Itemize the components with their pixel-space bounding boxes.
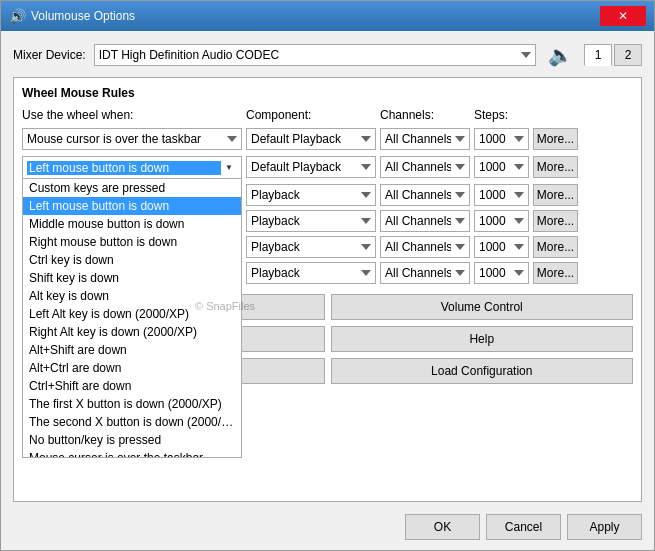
dropdown-item-10[interactable]: Alt+Ctrl are down — [23, 359, 241, 377]
dropdown-item-0[interactable]: Custom keys are pressed — [23, 179, 241, 197]
dropdown-item-6[interactable]: Alt key is down — [23, 287, 241, 305]
rule1-steps-select[interactable]: 1000 — [474, 128, 529, 150]
rule2-dropdown-wrapper: Left mouse button is down ▼ Custom keys … — [22, 156, 242, 178]
cancel-button[interactable]: Cancel — [486, 514, 561, 540]
rule4-steps-select[interactable]: 1000 — [474, 210, 529, 232]
channels-label: Channels: — [380, 108, 470, 122]
dropdown-item-12[interactable]: The first X button is down (2000/XP) — [23, 395, 241, 413]
rules-group: Wheel Mouse Rules Use the wheel when: Co… — [13, 77, 642, 502]
volume-control-button[interactable]: Volume Control — [331, 294, 634, 320]
rule2-selected-text: Left mouse button is down — [27, 161, 221, 175]
bottom-buttons: OK Cancel Apply — [13, 510, 642, 540]
dropdown-item-1[interactable]: Left mouse button is down — [23, 197, 241, 215]
app-icon: 🔊 — [9, 8, 25, 24]
rule5-more-button[interactable]: More... — [533, 236, 578, 258]
close-button[interactable]: ✕ — [600, 6, 646, 26]
rules-group-title: Wheel Mouse Rules — [22, 86, 633, 100]
title-bar: 🔊 Volumouse Options ✕ — [1, 1, 654, 31]
rule4-more-button[interactable]: More... — [533, 210, 578, 232]
component-label: Component: — [246, 108, 376, 122]
mixer-icon: 🔈 — [544, 41, 576, 69]
main-window: 🔊 Volumouse Options ✕ Mixer Device: IDT … — [0, 0, 655, 551]
rule5-channels-select[interactable]: All Channels — [380, 236, 470, 258]
dropdown-item-8[interactable]: Right Alt key is down (2000/XP) — [23, 323, 241, 341]
rule2-steps-select[interactable]: 1000 — [474, 156, 529, 178]
dropdown-item-14[interactable]: No button/key is pressed — [23, 431, 241, 449]
rule2-dropdown-list[interactable]: Custom keys are pressed Left mouse butto… — [22, 178, 242, 458]
rule2-channels-select[interactable]: All Channels — [380, 156, 470, 178]
mixer-select[interactable]: IDT High Definition Audio CODEC — [94, 44, 536, 66]
rule6-steps-select[interactable]: 1000 — [474, 262, 529, 284]
rule4-channels-select[interactable]: All Channels — [380, 210, 470, 232]
dropdown-arrow-icon: ▼ — [221, 157, 237, 178]
rule-row-2: Left mouse button is down ▼ Custom keys … — [22, 156, 633, 178]
rule1-more-button[interactable]: More... — [533, 128, 578, 150]
dropdown-item-15[interactable]: Mouse cursor is over the taskbar — [23, 449, 241, 458]
rule1-component-select[interactable]: Default Playback — [246, 128, 376, 150]
mixer-label: Mixer Device: — [13, 48, 86, 62]
rule2-component-select[interactable]: Default Playback — [246, 156, 376, 178]
mixer-row: Mixer Device: IDT High Definition Audio … — [13, 41, 642, 69]
use-wheel-label: Use the wheel when: — [22, 108, 242, 122]
steps-label: Steps: — [474, 108, 529, 122]
dropdown-item-11[interactable]: Ctrl+Shift are down — [23, 377, 241, 395]
load-configuration-button[interactable]: Load Configuration — [331, 358, 634, 384]
dropdown-item-2[interactable]: Middle mouse button is down — [23, 215, 241, 233]
rule5-component-select[interactable]: Playback — [246, 236, 376, 258]
rule3-channels-select[interactable]: All Channels — [380, 184, 470, 206]
rule5-steps-select[interactable]: 1000 — [474, 236, 529, 258]
dropdown-item-3[interactable]: Right mouse button is down — [23, 233, 241, 251]
window-title: Volumouse Options — [31, 9, 135, 23]
dropdown-item-7[interactable]: Left Alt key is down (2000/XP) — [23, 305, 241, 323]
title-bar-left: 🔊 Volumouse Options — [9, 8, 135, 24]
rule6-component-select[interactable]: Playback — [246, 262, 376, 284]
tab-buttons: 1 2 — [584, 44, 642, 66]
rule6-channels-select[interactable]: All Channels — [380, 262, 470, 284]
tab-2-button[interactable]: 2 — [614, 44, 642, 66]
ok-button[interactable]: OK — [405, 514, 480, 540]
rule1-condition-select[interactable]: Mouse cursor is over the taskbar — [22, 128, 242, 150]
rule4-component-select[interactable]: Playback — [246, 210, 376, 232]
dropdown-item-4[interactable]: Ctrl key is down — [23, 251, 241, 269]
dropdown-item-9[interactable]: Alt+Shift are down — [23, 341, 241, 359]
rule3-more-button[interactable]: More... — [533, 184, 578, 206]
rule6-more-button[interactable]: More... — [533, 262, 578, 284]
header-labels: Use the wheel when: Component: Channels:… — [22, 108, 633, 122]
tab-1-button[interactable]: 1 — [584, 44, 612, 66]
dropdown-item-5[interactable]: Shift key is down — [23, 269, 241, 287]
rule-row-1: Mouse cursor is over the taskbar Default… — [22, 128, 633, 150]
rule2-more-button[interactable]: More... — [533, 156, 578, 178]
dropdown-item-13[interactable]: The second X button is down (2000/XP) — [23, 413, 241, 431]
rule3-steps-select[interactable]: 1000 — [474, 184, 529, 206]
main-content: Mixer Device: IDT High Definition Audio … — [1, 31, 654, 550]
apply-button[interactable]: Apply — [567, 514, 642, 540]
rule1-channels-select[interactable]: All Channels — [380, 128, 470, 150]
rule2-condition-display[interactable]: Left mouse button is down ▼ — [22, 156, 242, 178]
help-button[interactable]: Help — [331, 326, 634, 352]
rule3-component-select[interactable]: Playback — [246, 184, 376, 206]
